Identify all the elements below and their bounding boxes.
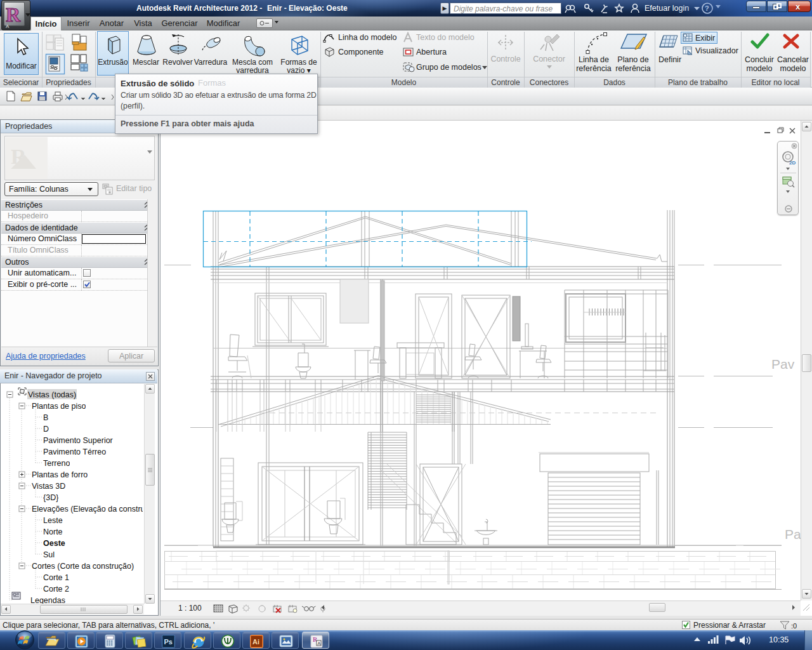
svg-text:R: R [6, 3, 21, 25]
svg-text:Ai: Ai [252, 638, 259, 646]
svg-text:Ps: Ps [164, 638, 173, 646]
svg-text::0: :0 [791, 622, 797, 630]
svg-text:A: A [318, 641, 321, 646]
svg-text:2D: 2D [789, 160, 796, 166]
